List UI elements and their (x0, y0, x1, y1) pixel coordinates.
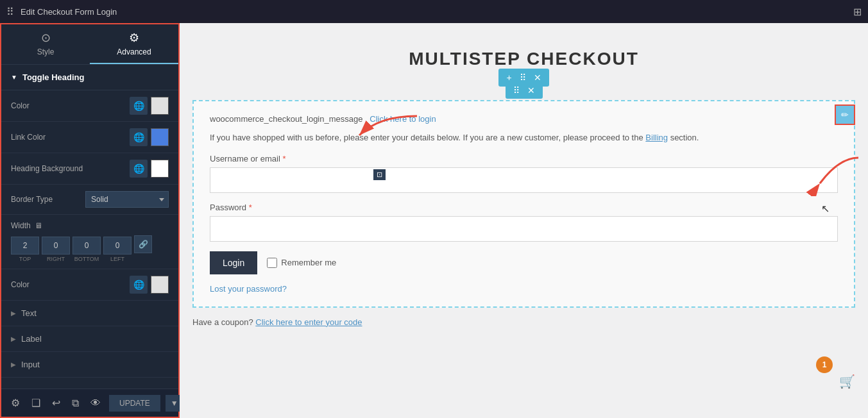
link-color-swatch[interactable] (151, 128, 169, 146)
lost-password-link[interactable]: Lost your password? (210, 284, 838, 294)
width-top-input[interactable] (11, 237, 39, 255)
content-area: MULTISTEP CHECKOUT + ⠿ ✕ ⊡ ⠿ ✕ ✏ (180, 23, 868, 418)
sidebar-bottom: ⚙ ❑ ↩ ⧉ 👁 UPDATE ▼ (1, 389, 178, 417)
sidebar-tabs: ⊙ Style ⚙ Advanced (1, 24, 178, 65)
color-row: Color 🌐 (1, 90, 178, 122)
login-message: woocommerce_checkout_login_message Click… (210, 114, 838, 124)
link-color-row: Link Color 🌐 (1, 122, 178, 153)
color-label: Color (11, 101, 30, 110)
advanced-icon: ⚙ (129, 31, 139, 45)
border-type-select[interactable]: Default Solid Dashed Dotted Double None (85, 191, 169, 208)
label-arrow-icon: ▶ (11, 335, 16, 342)
login-actions: Login Remember me (210, 251, 838, 274)
cart-icon[interactable]: 🛒 (839, 374, 855, 389)
tab-advanced[interactable]: ⚙ Advanced (90, 24, 178, 64)
update-button[interactable]: UPDATE (109, 395, 160, 412)
input-section[interactable]: ▶ Input (1, 352, 178, 378)
border-type-row: Border Type Default Solid Dashed Dotted … (1, 185, 178, 215)
main-layout: ⊙ Style ⚙ Advanced ▼ Toggle Heading Colo… (0, 23, 868, 418)
width-row: Width 🖥 TOP RIGHT BOTTOM (1, 215, 178, 269)
heading-bg-controls: 🌐 (130, 160, 169, 178)
login-message-prefix: woocommerce_checkout_login_message (210, 114, 362, 124)
width-left-input[interactable] (103, 237, 132, 255)
heading-bg-swatch[interactable] (151, 160, 169, 178)
checkout-form-container: ✏ woocommerce_checkout_login_message Cli… (192, 100, 855, 308)
text-section-label: Text (21, 308, 37, 318)
username-required: * (282, 154, 285, 163)
color-swatch[interactable] (151, 97, 169, 115)
inner-toolbar: ⠿ ✕ (506, 82, 543, 99)
username-input[interactable] (210, 167, 838, 193)
link-color-label: Link Color (11, 133, 46, 142)
layers-bottom-icon[interactable]: ❑ (28, 394, 44, 412)
text-section[interactable]: ▶ Text (1, 301, 178, 326)
top-bar: ⠿ Edit Checkout Form Login ⊞ (0, 0, 868, 23)
color2-swatch[interactable] (151, 276, 169, 294)
width-label: Width (11, 221, 31, 230)
color2-row: Color 🌐 (1, 269, 178, 301)
link-dimensions-btn[interactable]: 🔗 (134, 235, 152, 253)
password-label-text: Password (210, 203, 246, 212)
click-here-to-login-link[interactable]: Click here to login (370, 114, 436, 124)
edit-pencil-btn[interactable]: ✏ (835, 104, 855, 125)
width-bottom-input[interactable] (72, 237, 101, 255)
notification-badge: 1 (816, 356, 833, 373)
color2-label: Color (11, 280, 30, 289)
heading-bg-globe-btn[interactable]: 🌐 (130, 160, 148, 178)
link-color-globe-btn[interactable]: 🌐 (130, 128, 148, 146)
login-info-text: If you have shopped with us before, plea… (210, 131, 838, 144)
info-text-content: If you have shopped with us before, plea… (210, 133, 643, 142)
undo-bottom-icon[interactable]: ↩ (49, 394, 64, 412)
toggle-heading-label: Toggle Heading (22, 72, 85, 82)
width-left-group: LEFT (103, 237, 132, 262)
password-required: * (249, 203, 252, 212)
column-icon[interactable]: ⊡ (373, 169, 386, 180)
tab-style-label: Style (37, 47, 55, 56)
copy-bottom-icon[interactable]: ⧉ (69, 394, 82, 412)
color2-controls: 🌐 (130, 276, 169, 294)
hamburger-icon[interactable]: ⠿ (6, 6, 14, 18)
username-label: Username or email * (210, 154, 838, 163)
width-top-group: TOP (11, 237, 39, 262)
remember-me-group: Remember me (267, 258, 336, 268)
width-right-input[interactable] (42, 237, 70, 255)
heading-bg-row: Heading Background 🌐 (1, 153, 178, 185)
eye-bottom-icon[interactable]: 👁 (87, 394, 104, 412)
inner-toolbar-close-btn[interactable]: ✕ (525, 84, 538, 97)
password-input[interactable] (210, 216, 838, 242)
inner-toolbar-grid-btn[interactable]: ⠿ (511, 84, 522, 97)
width-right-label: RIGHT (47, 256, 65, 262)
width-top-label: TOP (19, 256, 31, 262)
color2-globe-btn[interactable]: 🌐 (130, 276, 148, 294)
billing-link[interactable]: Billing (645, 133, 668, 142)
style-icon: ⊙ (41, 31, 51, 45)
grid-icon[interactable]: ⊞ (853, 6, 862, 18)
input-section-label: Input (21, 360, 40, 369)
heading-bg-label: Heading Background (11, 164, 83, 173)
info-text-suffix: section. (670, 133, 699, 142)
toggle-heading-section[interactable]: ▼ Toggle Heading (1, 65, 178, 90)
login-button[interactable]: Login (210, 251, 257, 274)
tab-style[interactable]: ⊙ Style (1, 24, 90, 64)
width-right-group: RIGHT (42, 237, 70, 262)
page-footer: Have a coupon? Click here to enter your … (180, 308, 868, 337)
color-globe-btn[interactable]: 🌐 (130, 97, 148, 115)
text-arrow-icon: ▶ (11, 310, 16, 317)
color-controls: 🌐 (130, 97, 169, 115)
width-left-label: LEFT (110, 256, 124, 262)
input-arrow-icon: ▶ (11, 361, 16, 368)
remember-me-checkbox[interactable] (267, 258, 277, 268)
link-color-controls: 🌐 (130, 128, 169, 146)
coupon-prefix: Have a coupon? (192, 317, 253, 327)
monitor-icon: 🖥 (35, 221, 42, 230)
width-bottom-group: BOTTOM (72, 237, 101, 262)
tab-advanced-label: Advanced (117, 47, 151, 56)
sidebar-content: ▼ Toggle Heading Color 🌐 Link Color 🌐 (1, 65, 178, 389)
coupon-link[interactable]: Click here to enter your code (255, 317, 362, 327)
label-section-label: Label (21, 334, 42, 344)
page-title-bar: Edit Checkout Form Login (21, 7, 847, 17)
label-section[interactable]: ▶ Label (1, 326, 178, 352)
inner-toolbar-wrapper: ⠿ ✕ (192, 82, 855, 100)
width-inputs: TOP RIGHT BOTTOM LEFT 🔗 (11, 235, 169, 262)
gear-bottom-icon[interactable]: ⚙ (8, 394, 23, 412)
